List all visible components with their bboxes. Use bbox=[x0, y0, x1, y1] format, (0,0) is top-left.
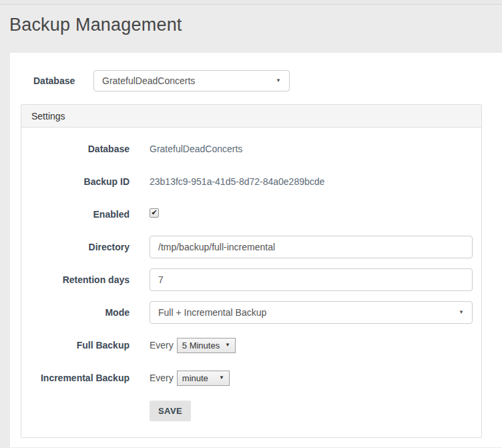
directory-row: Directory bbox=[31, 236, 471, 258]
database-static-row: Database GratefulDeadConcerts bbox=[31, 138, 471, 160]
directory-label: Directory bbox=[31, 242, 150, 252]
incremental-backup-every-text: Every bbox=[150, 373, 174, 383]
top-divider bbox=[0, 0, 502, 5]
database-value: GratefulDeadConcerts bbox=[150, 144, 242, 154]
enabled-label: Enabled bbox=[31, 209, 150, 220]
save-button[interactable]: SAVE bbox=[150, 401, 191, 421]
retention-days-label: Retention days bbox=[31, 274, 150, 285]
incremental-backup-interval-select[interactable]: minute ▼ bbox=[177, 371, 230, 386]
settings-panel-heading: Settings bbox=[21, 105, 481, 128]
database-selector-label: Database bbox=[33, 75, 93, 86]
mode-select[interactable]: Full + Incremental Backup ▼ bbox=[150, 301, 473, 324]
directory-input[interactable] bbox=[150, 236, 473, 258]
full-backup-every-text: Every bbox=[150, 340, 174, 351]
full-backup-interval-select[interactable]: 5 Minutes ▼ bbox=[177, 338, 236, 353]
settings-panel-body: Database GratefulDeadConcerts Backup ID … bbox=[21, 128, 481, 437]
database-label: Database bbox=[31, 144, 150, 154]
save-row: SAVE bbox=[150, 399, 471, 422]
chevron-down-icon: ▼ bbox=[276, 78, 281, 83]
mode-select-value: Full + Incremental Backup bbox=[158, 307, 266, 318]
chevron-down-icon: ▼ bbox=[219, 375, 224, 381]
chevron-down-icon: ▼ bbox=[459, 310, 464, 315]
chevron-down-icon: ▼ bbox=[225, 343, 230, 348]
database-select[interactable]: GratefulDeadConcerts ▼ bbox=[93, 70, 290, 91]
settings-panel: Settings Database GratefulDeadConcerts B… bbox=[21, 104, 482, 438]
backup-id-row: Backup ID 23b13fc9-951a-41d5-8d72-84a0e2… bbox=[31, 170, 471, 193]
page-title: Backup Management bbox=[9, 15, 502, 35]
incremental-backup-interval-value: minute bbox=[182, 373, 208, 383]
incremental-backup-label: Incremental Backup bbox=[31, 373, 150, 383]
backup-id-label: Backup ID bbox=[31, 176, 150, 187]
full-backup-row: Full Backup Every 5 Minutes ▼ bbox=[31, 334, 471, 357]
full-backup-interval-value: 5 Minutes bbox=[182, 341, 220, 351]
retention-days-input[interactable] bbox=[150, 268, 473, 291]
retention-days-row: Retention days bbox=[31, 268, 471, 291]
page-header: Backup Management bbox=[0, 5, 502, 53]
enabled-checkbox[interactable]: ✔ bbox=[150, 208, 159, 218]
enabled-row: Enabled ✔ bbox=[31, 203, 471, 226]
mode-label: Mode bbox=[31, 307, 150, 318]
database-select-value: GratefulDeadConcerts bbox=[102, 75, 195, 86]
database-selector-row: Database GratefulDeadConcerts ▼ bbox=[10, 53, 502, 104]
checkmark-icon: ✔ bbox=[151, 209, 157, 216]
full-backup-label: Full Backup bbox=[31, 340, 150, 351]
backup-id-value: 23b13fc9-951a-41d5-8d72-84a0e289bcde bbox=[150, 176, 324, 187]
incremental-backup-row: Incremental Backup Every minute ▼ bbox=[31, 367, 471, 389]
mode-row: Mode Full + Incremental Backup ▼ bbox=[31, 301, 471, 324]
content-card: Database GratefulDeadConcerts ▼ Settings… bbox=[10, 53, 502, 447]
